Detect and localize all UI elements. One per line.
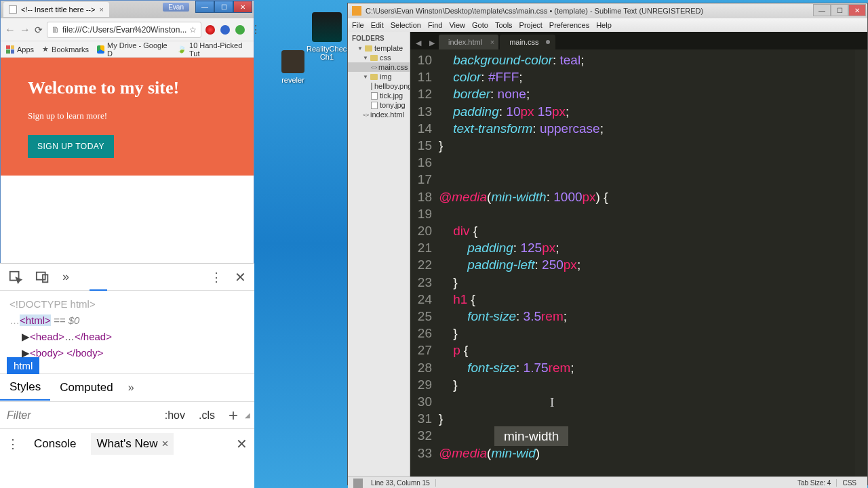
desktop-icon-reveler[interactable]: reveler xyxy=(273,50,313,84)
close-icon[interactable]: × xyxy=(490,38,494,46)
close-button[interactable]: ✕ xyxy=(233,1,252,13)
sublime-icon xyxy=(352,6,361,16)
close-icon[interactable]: ✕ xyxy=(235,269,246,285)
menu-project[interactable]: Project xyxy=(519,21,542,29)
tree-file[interactable]: tony.jpg xyxy=(348,100,410,110)
address-text: file:///C:/Users/Evan%20Winston... xyxy=(62,25,186,35)
chrome-tab[interactable]: <!-- Insert title here --> × xyxy=(3,2,109,17)
add-rule-button[interactable]: + xyxy=(222,406,245,425)
maximize-button[interactable]: ☐ xyxy=(214,1,233,13)
desktop-icon-label: reveler xyxy=(281,76,304,84)
minimap[interactable] xyxy=(855,49,867,476)
filter-input[interactable] xyxy=(0,404,158,427)
close-button[interactable]: ✕ xyxy=(848,4,866,16)
tree-file[interactable]: hellboy.png xyxy=(348,81,410,91)
status-cursor-pos[interactable]: Line 33, Column 15 xyxy=(366,479,436,487)
star-icon[interactable]: ☆ xyxy=(189,25,197,35)
menu-view[interactable]: View xyxy=(449,21,465,29)
tree-file-indexhtml[interactable]: <>index.html xyxy=(348,110,410,119)
apps-icon xyxy=(6,45,14,54)
kebab-icon[interactable]: ⋮ xyxy=(210,270,222,285)
extension-icon[interactable] xyxy=(235,25,245,35)
bookmark-apps[interactable]: Apps xyxy=(6,45,34,54)
status-icon[interactable] xyxy=(353,479,363,488)
window-controls: — ☐ ✕ xyxy=(813,4,866,16)
tree-file[interactable]: tick.jpg xyxy=(348,91,410,100)
bookmark-drive[interactable]: My Drive - Google D xyxy=(97,41,169,58)
text-cursor: I xyxy=(550,394,554,411)
status-language[interactable]: CSS xyxy=(837,479,862,487)
editor-tab-indexhtml[interactable]: index.html× xyxy=(439,35,498,49)
code-content[interactable]: background-color: teal; color: #FFF; bor… xyxy=(439,49,867,476)
menu-selection[interactable]: Selection xyxy=(391,21,421,29)
desktop-icon-image xyxy=(312,12,342,42)
extension-icon[interactable] xyxy=(220,25,230,35)
tree-folder-css[interactable]: ▼css xyxy=(348,53,410,62)
back-button[interactable]: ← xyxy=(5,24,16,36)
minimize-button[interactable]: — xyxy=(813,4,831,16)
sublime-editor-area: ◀ ▶ index.html× main.css 101112131415161… xyxy=(410,32,867,476)
menu-find[interactable]: Find xyxy=(428,21,442,29)
breadcrumb[interactable]: html xyxy=(0,359,254,373)
menu-help[interactable]: Help xyxy=(596,21,612,29)
menu-icon[interactable]: ⋮ xyxy=(250,23,261,36)
sublime-statusbar: Line 33, Column 15 Tab Size: 4 CSS xyxy=(348,476,867,488)
editor-tab-maincss[interactable]: main.css xyxy=(500,35,555,49)
maximize-button[interactable]: ☐ xyxy=(831,4,848,16)
bookmark-tuts[interactable]: 🍃10 Hand-Picked Tut xyxy=(177,41,248,58)
tree-folder-template[interactable]: ▼template xyxy=(348,43,410,53)
chrome-user-badge[interactable]: Evan xyxy=(163,3,189,12)
folder-icon xyxy=(370,55,378,61)
styles-filter-row: :hov .cls + ◢ xyxy=(0,402,254,429)
address-bar[interactable]: 🗎 file:///C:/Users/Evan%20Winston... ☆ xyxy=(47,22,201,38)
menu-file[interactable]: File xyxy=(352,21,364,29)
close-icon[interactable]: ✕ xyxy=(236,436,248,452)
bookmark-bookmarks[interactable]: ★Bookmarks xyxy=(42,45,89,54)
minimize-button[interactable]: — xyxy=(195,1,214,13)
sublime-tabstrip: ◀ ▶ index.html× main.css xyxy=(410,32,867,49)
menu-preferences[interactable]: Preferences xyxy=(549,21,589,29)
star-icon: ★ xyxy=(42,45,49,54)
tab-computed[interactable]: Computed xyxy=(50,375,122,400)
forward-button[interactable]: → xyxy=(20,24,31,36)
close-icon[interactable]: × xyxy=(162,437,169,451)
tree-folder-img[interactable]: ▼img xyxy=(348,72,410,81)
tree-file-maincss[interactable]: <>main.css xyxy=(348,62,410,72)
tab-whatsnew[interactable]: What's New× xyxy=(91,433,174,455)
signup-button[interactable]: SIGN UP TODAY xyxy=(28,135,114,158)
menu-edit[interactable]: Edit xyxy=(371,21,384,29)
tab-nav-fwd[interactable]: ▶ xyxy=(425,36,439,49)
code-editor[interactable]: 1011121314151617181920212223242526272829… xyxy=(410,49,867,476)
sublime-titlebar[interactable]: C:\Users\Evan Winston\Desktop\template\c… xyxy=(348,3,867,18)
devtools-subtabs: Styles Computed » xyxy=(0,373,254,402)
autocomplete-popup[interactable]: min-width xyxy=(494,426,568,446)
bookmarks-bar: Apps ★Bookmarks My Drive - Google D 🍃10 … xyxy=(1,41,254,58)
extension-icon[interactable] xyxy=(205,25,215,35)
window-controls: — ☐ ✕ xyxy=(195,1,252,13)
overflow-icon[interactable]: » xyxy=(123,376,140,399)
overflow-icon[interactable]: » xyxy=(62,270,69,284)
page-subtext: Sign up to learn more! xyxy=(28,110,226,121)
close-icon[interactable]: × xyxy=(99,5,103,14)
tab-styles[interactable]: Styles xyxy=(0,375,50,401)
page-viewport: Welcome to my site! Sign up to learn mor… xyxy=(1,58,254,261)
cls-toggle[interactable]: .cls xyxy=(192,409,222,422)
leaf-icon: 🍃 xyxy=(177,45,186,54)
resize-icon[interactable]: ◢ xyxy=(245,411,254,419)
hov-toggle[interactable]: :hov xyxy=(158,409,192,422)
tab-console[interactable]: Console xyxy=(28,433,81,455)
status-tabsize[interactable]: Tab Size: 4 xyxy=(792,479,837,487)
file-icon xyxy=(9,5,17,14)
menu-goto[interactable]: Goto xyxy=(472,21,488,29)
kebab-icon[interactable]: ⋮ xyxy=(7,436,19,451)
menu-tools[interactable]: Tools xyxy=(495,21,513,29)
tab-nav-back[interactable]: ◀ xyxy=(412,36,425,49)
devtools-elements[interactable]: <!DOCTYPE html> …<html> == $0 ▶<head>…</… xyxy=(0,291,254,359)
window-title: C:\Users\Evan Winston\Desktop\template\c… xyxy=(366,7,703,15)
page-heading: Welcome to my site! xyxy=(28,78,226,98)
device-toggle-icon[interactable] xyxy=(35,270,50,285)
inspect-icon[interactable] xyxy=(8,270,23,285)
devtools-panel: » ⋮ ✕ <!DOCTYPE html> …<html> == $0 ▶<he… xyxy=(0,263,254,488)
selected-indicator: == $0 xyxy=(51,314,80,326)
reload-button[interactable]: ⟳ xyxy=(35,24,43,35)
